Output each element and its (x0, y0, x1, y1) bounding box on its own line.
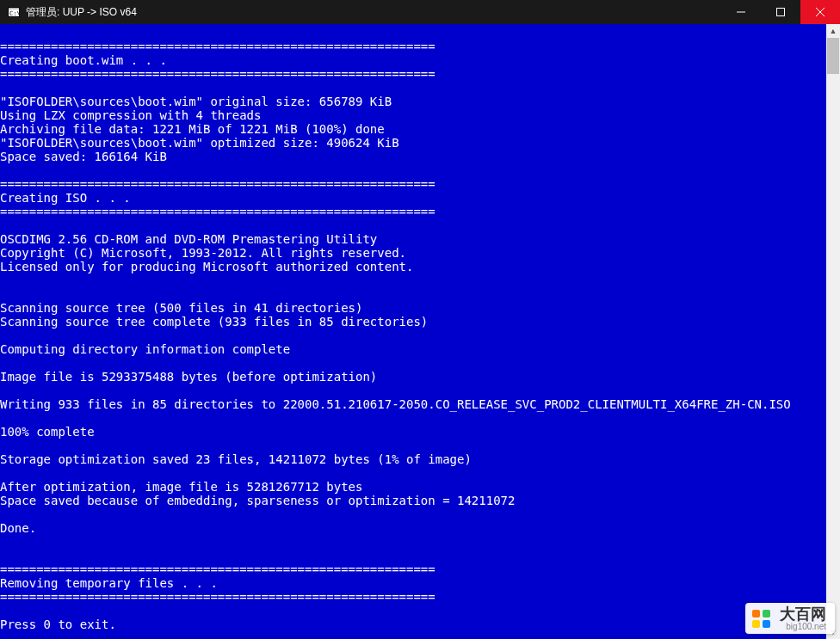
svg-rect-2 (9, 8, 19, 9)
watermark-title: 大百网 (780, 606, 826, 622)
scroll-thumb[interactable] (827, 38, 839, 74)
console-output[interactable]: ========================================… (0, 24, 826, 639)
watermark-badge: 大百网 big100.net (745, 603, 835, 634)
vertical-scrollbar[interactable]: ▲ ▼ (826, 24, 840, 639)
svg-rect-5 (777, 9, 785, 16)
console-area: ========================================… (0, 24, 840, 639)
window-controls (721, 0, 840, 24)
watermark-logo-icon (750, 608, 773, 630)
svg-rect-8 (752, 610, 760, 617)
svg-rect-9 (763, 610, 770, 617)
cmd-icon: C:\ (7, 5, 21, 19)
minimize-button[interactable] (721, 0, 761, 24)
svg-rect-10 (752, 620, 760, 628)
watermark-subtitle: big100.net (780, 622, 826, 632)
svg-text:C:\: C:\ (9, 10, 20, 17)
window-titlebar: C:\ 管理员: UUP -> ISO v64 (0, 0, 840, 24)
window-title: 管理员: UUP -> ISO v64 (26, 5, 721, 20)
maximize-button[interactable] (761, 0, 800, 24)
close-button[interactable] (800, 0, 840, 24)
svg-rect-11 (763, 620, 770, 628)
scroll-up-arrow[interactable]: ▲ (826, 24, 840, 38)
